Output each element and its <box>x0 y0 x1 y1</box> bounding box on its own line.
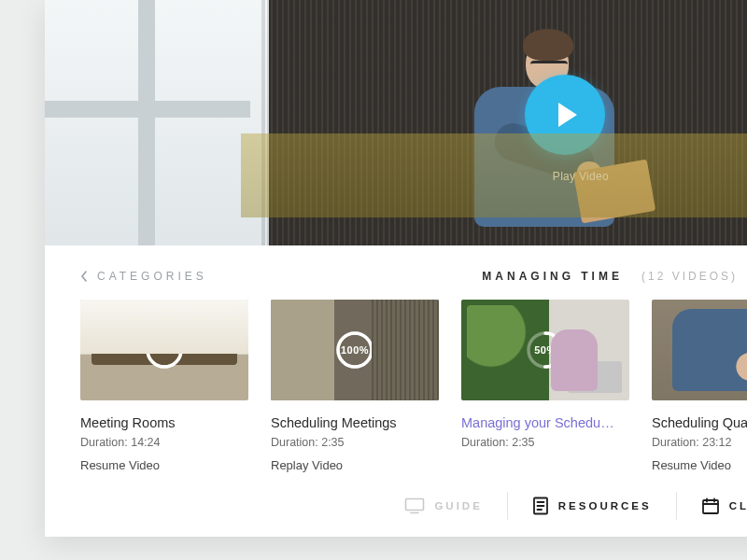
video-duration: Duration: 2:35 <box>461 436 629 449</box>
video-action[interactable]: Resume Video <box>652 458 747 472</box>
video-card[interactable]: 75% Meeting Rooms Duration: 14:24 Resume… <box>80 300 248 472</box>
video-card[interactable]: Scheduling Qua Duration: 23:12 Resume Vi… <box>652 300 747 472</box>
video-title: Meeting Rooms <box>80 415 248 430</box>
svg-rect-6 <box>406 499 424 511</box>
progress-ring: 75% <box>144 329 185 371</box>
video-duration: Duration: 2:35 <box>271 436 439 449</box>
nav-calendar[interactable]: CL <box>677 497 747 515</box>
video-duration: Duration: 14:24 <box>80 436 248 449</box>
hero-video: Play Video <box>45 0 747 245</box>
back-to-categories[interactable]: CATEGORIES <box>80 270 207 283</box>
nav-label: GUIDE <box>434 500 482 511</box>
nav-label: RESOURCES <box>558 500 652 511</box>
progress-text: 50% <box>534 344 557 356</box>
video-row: 75% Meeting Rooms Duration: 14:24 Resume… <box>45 290 747 472</box>
section-count: (12 VIDEOS) <box>641 270 738 283</box>
category-bar: CATEGORIES MANAGING TIME (12 VIDEOS) <box>45 245 747 290</box>
progress-ring: 100% <box>334 329 375 371</box>
video-thumbnail: 50% <box>461 300 629 400</box>
progress-text: 75% <box>153 344 176 356</box>
video-card[interactable]: 50% Managing your Schedu… Duration: 2:35 <box>461 300 629 472</box>
nav-label: CL <box>729 500 747 511</box>
video-thumbnail: 100% <box>271 300 439 400</box>
hero-play-button[interactable] <box>525 75 605 155</box>
back-label: CATEGORIES <box>97 270 207 283</box>
calendar-icon <box>701 497 720 515</box>
progress-ring: 50% <box>525 329 566 371</box>
video-action[interactable]: Replay Video <box>271 458 439 472</box>
bottom-nav: GUIDE RESOURCES CL <box>380 492 747 520</box>
video-thumbnail <box>652 300 747 400</box>
video-title: Managing your Schedu… <box>461 415 629 430</box>
video-action[interactable]: Resume Video <box>80 458 248 472</box>
content-card: Play Video CATEGORIES MANAGING TIME (12 … <box>45 0 747 537</box>
hero-play-label: Play Video <box>553 170 609 183</box>
play-icon <box>558 103 577 127</box>
nav-resources[interactable]: RESOURCES <box>508 497 676 515</box>
video-card[interactable]: 100% Scheduling Meetings Duration: 2:35 … <box>271 300 439 472</box>
section-title: MANAGING TIME <box>482 270 623 283</box>
svg-point-1 <box>148 333 181 367</box>
monitor-icon <box>404 497 425 514</box>
hero-notebook <box>573 159 656 223</box>
nav-guide[interactable]: GUIDE <box>380 497 506 514</box>
chevron-left-icon <box>80 270 88 283</box>
document-icon <box>532 497 549 515</box>
video-title: Scheduling Qua <box>652 415 747 430</box>
video-title: Scheduling Meetings <box>271 415 439 430</box>
svg-rect-8 <box>703 500 718 513</box>
progress-text: 100% <box>341 344 369 356</box>
video-thumbnail: 75% <box>80 300 248 400</box>
video-duration: Duration: 23:12 <box>652 436 747 449</box>
